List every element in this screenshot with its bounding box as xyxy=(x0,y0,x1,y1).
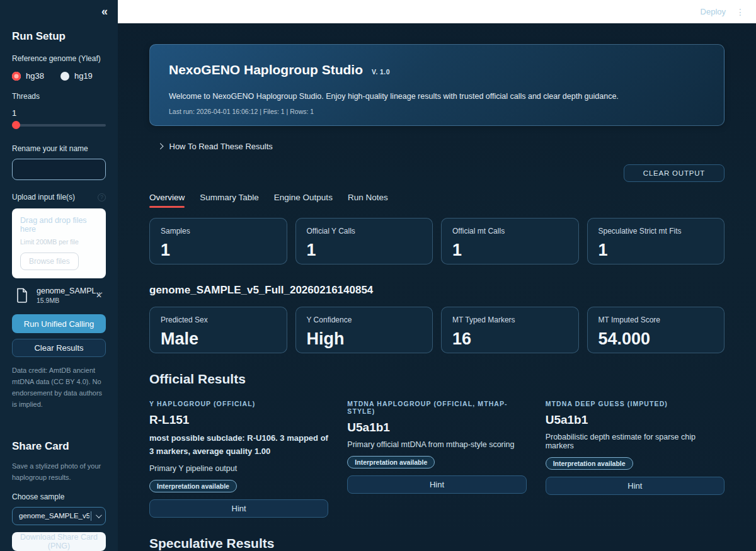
app-version: V. 1.0 xyxy=(372,68,390,76)
speculative-results-title: Speculative Results xyxy=(149,536,724,551)
metric-label: Samples xyxy=(161,227,276,236)
browse-files-button[interactable]: Browse files xyxy=(20,253,79,270)
card-kicker: MTDNA HAPLOGROUP (OFFICIAL, MTHAP-STYLE) xyxy=(347,400,526,415)
card-subtitle: Primary Y pipeline output xyxy=(149,464,328,473)
metric-mt-imputed-score: MT Imputed Score 54.000 xyxy=(587,307,725,353)
sample-select[interactable]: genome_SAMPLE_v5_Fu... xyxy=(12,507,106,525)
run-unified-calling-button[interactable]: Run Unified Calling xyxy=(12,314,106,333)
select-divider xyxy=(91,511,91,521)
metric-value: 1 xyxy=(161,242,276,259)
tab-bar: Overview Summary Table Engine Outputs Ru… xyxy=(149,193,724,208)
tab-summary-table[interactable]: Summary Table xyxy=(200,193,259,208)
metric-value: 1 xyxy=(598,242,714,259)
subclade-detail: most possible subclade: R-U106. 3 mapped… xyxy=(149,432,328,458)
rename-kit-label: Rename your kit name xyxy=(12,144,106,153)
how-to-read-expander[interactable]: How To Read These Results xyxy=(149,142,724,151)
file-size: 15.9MB xyxy=(37,297,93,304)
metric-value: High xyxy=(307,331,422,348)
threads-value: 1 xyxy=(12,108,106,118)
metric-label: MT Typed Markers xyxy=(452,315,568,324)
radio-hg38-label: hg38 xyxy=(26,71,44,81)
reference-genome-radio-group: hg38 hg19 xyxy=(12,71,106,81)
sidebar: « Run Setup Reference genome (Yleaf) hg3… xyxy=(0,0,118,551)
sample-metric-row: Predicted Sex Male Y Confidence High MT … xyxy=(149,307,724,353)
haplogroup-value: R-L151 xyxy=(149,413,328,427)
metric-samples: Samples 1 xyxy=(149,218,287,264)
slider-thumb[interactable] xyxy=(12,121,20,129)
sidebar-collapse-icon[interactable]: « xyxy=(101,5,108,18)
slider-track xyxy=(12,124,106,127)
threads-label: Threads xyxy=(12,92,106,101)
hint-button-mtdna[interactable]: Hint xyxy=(347,475,526,494)
chevron-right-icon xyxy=(158,144,163,149)
metric-value: Male xyxy=(161,331,276,348)
tab-engine-outputs[interactable]: Engine Outputs xyxy=(274,193,333,208)
metric-value: 16 xyxy=(452,331,568,348)
haplogroup-value: U5a1b1 xyxy=(347,421,526,435)
file-dropzone[interactable]: Drag and drop files here Limit 200MB per… xyxy=(12,208,106,278)
metric-label: Predicted Sex xyxy=(161,315,276,324)
metric-speculative-fits: Speculative Strict mt Fits 1 xyxy=(587,218,725,264)
dropzone-title: Drag and drop files here xyxy=(20,216,98,234)
card-subtitle: Probabilistic depth estimate for sparse … xyxy=(546,433,724,450)
metric-label: Official mt Calls xyxy=(452,227,568,236)
radio-hg19[interactable]: hg19 xyxy=(60,71,93,81)
metric-label: Y Confidence xyxy=(307,315,422,324)
clear-results-button[interactable]: Clear Results xyxy=(12,339,106,357)
threads-slider[interactable] xyxy=(12,120,106,129)
upload-label: Upload input file(s) xyxy=(12,193,75,202)
metric-predicted-sex: Predicted Sex Male xyxy=(149,307,287,353)
card-kicker: MTDNA DEEP GUESS (IMPUTED) xyxy=(546,400,724,407)
document-icon xyxy=(16,288,28,303)
last-run-status: Last run: 2026-04-01 16:06:12 | Files: 1… xyxy=(169,108,705,115)
main-area: Deploy ⋮ NexoGENO Haplogroup Studio V. 1… xyxy=(118,0,756,551)
main-content: NexoGENO Haplogroup Studio V. 1.0 Welcom… xyxy=(118,23,756,551)
sample-select-value: genome_SAMPLE_v5_Fu... xyxy=(19,512,89,520)
download-share-card-button[interactable]: Download Share Card (PNG) xyxy=(12,532,106,551)
remove-file-icon[interactable]: ✕ xyxy=(93,290,105,301)
summary-metric-row: Samples 1 Official Y Calls 1 Official mt… xyxy=(149,218,724,264)
radio-unselected-icon xyxy=(60,72,69,81)
help-icon[interactable]: ? xyxy=(98,193,106,202)
radio-hg38[interactable]: hg38 xyxy=(12,71,44,81)
interpretation-badge: Interpretation available xyxy=(149,480,237,492)
run-setup-title: Run Setup xyxy=(12,30,106,43)
metric-official-mt-calls: Official mt Calls 1 xyxy=(441,218,579,264)
deploy-button[interactable]: Deploy xyxy=(701,7,726,16)
expander-label: How To Read These Results xyxy=(169,142,273,151)
app-title: NexoGENO Haplogroup Studio xyxy=(169,62,363,77)
data-credit-caption: Data credit: AmtDB ancient mtDNA data (C… xyxy=(12,365,106,411)
rename-kit-input[interactable] xyxy=(12,159,106,180)
clear-output-button[interactable]: CLEAR OUTPUT xyxy=(624,164,724,182)
welcome-text: Welcome to NexoGENO Haplogroup Studio. E… xyxy=(169,92,705,101)
card-kicker: Y HAPLOGROUP (OFFICIAL) xyxy=(149,400,328,407)
metric-label: Speculative Strict mt Fits xyxy=(598,227,714,236)
metric-label: MT Imputed Score xyxy=(598,315,714,324)
official-results-title: Official Results xyxy=(149,372,724,387)
dropzone-limit: Limit 200MB per file xyxy=(20,238,98,246)
metric-value: 1 xyxy=(307,242,422,259)
reference-genome-label: Reference genome (Yleaf) xyxy=(12,54,106,63)
official-results-grid: Y HAPLOGROUP (OFFICIAL) R-L151 most poss… xyxy=(149,400,724,518)
file-name: genome_SAMPL... xyxy=(37,287,93,295)
hint-button-y[interactable]: Hint xyxy=(149,499,328,518)
metric-value: 54.000 xyxy=(598,331,714,348)
tab-overview[interactable]: Overview xyxy=(149,193,185,208)
metric-official-y-calls: Official Y Calls 1 xyxy=(295,218,433,264)
official-card-mtdna: MTDNA HAPLOGROUP (OFFICIAL, MTHAP-STYLE)… xyxy=(347,400,526,518)
share-card-caption: Save a stylized photo of your haplogroup… xyxy=(12,460,106,483)
app-topbar: Deploy ⋮ xyxy=(118,0,756,23)
hint-button-deep-guess[interactable]: Hint xyxy=(546,477,724,495)
haplogroup-value: U5a1b1 xyxy=(546,413,724,427)
tab-run-notes[interactable]: Run Notes xyxy=(348,193,388,208)
share-card-title: Share Card xyxy=(12,440,106,453)
metric-y-confidence: Y Confidence High xyxy=(295,307,433,353)
radio-selected-icon xyxy=(12,72,21,81)
interpretation-badge: Interpretation available xyxy=(546,457,633,470)
interpretation-badge: Interpretation available xyxy=(347,456,435,469)
metric-mt-typed-markers: MT Typed Markers 16 xyxy=(441,307,579,353)
metric-label: Official Y Calls xyxy=(307,227,422,236)
kebab-menu-icon[interactable]: ⋮ xyxy=(733,7,747,17)
choose-sample-label: Choose sample xyxy=(12,492,106,501)
chevron-down-icon xyxy=(96,512,102,518)
